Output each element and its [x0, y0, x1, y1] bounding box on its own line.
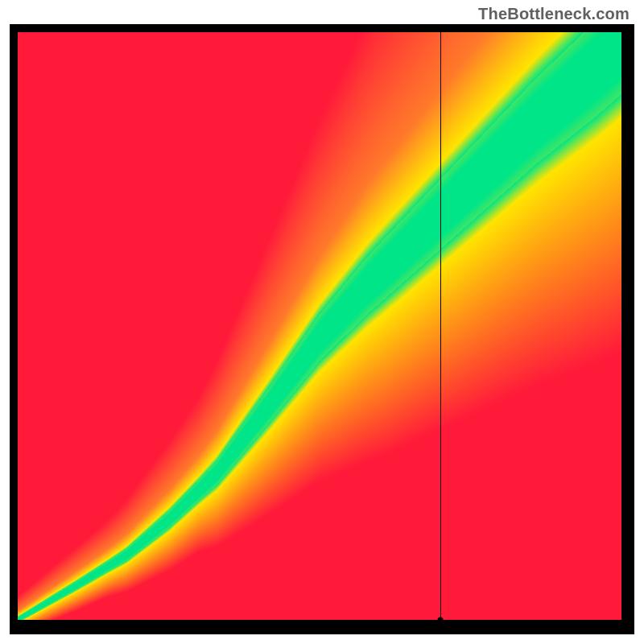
chart-frame: [10, 24, 634, 634]
crosshair-marker-dot: [438, 617, 444, 621]
watermark-label: TheBottleneck.com: [478, 5, 630, 23]
crosshair-vertical-line: [440, 32, 441, 620]
crosshair-horizontal-line: [18, 620, 621, 621]
heatmap-canvas: [18, 32, 621, 620]
heatmap-plot: [18, 32, 621, 620]
